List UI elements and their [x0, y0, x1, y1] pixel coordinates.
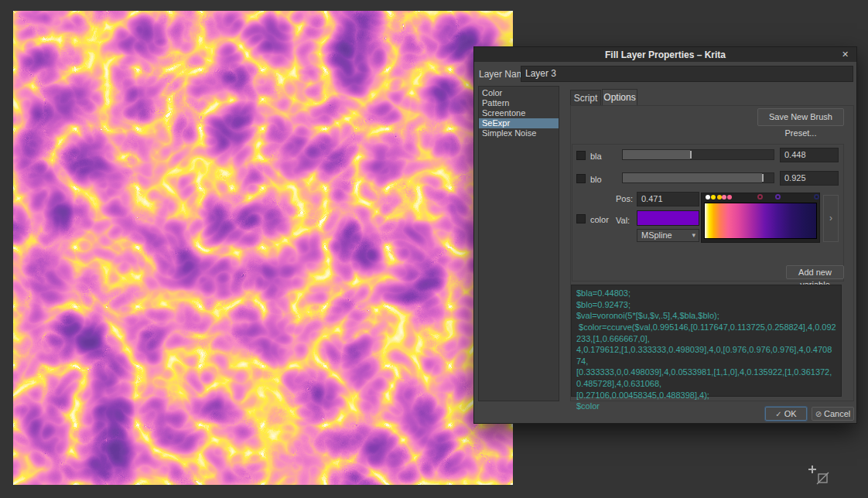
seexpr-script-editor[interactable]: $bla=0.44803; $blo=0.92473; $val=voronoi… [571, 285, 842, 397]
noise-preview-image [13, 11, 513, 485]
val-label: Val: [616, 216, 630, 225]
blo-checkbox[interactable] [576, 174, 586, 183]
blo-label: blo [590, 175, 602, 184]
bla-slider-handle[interactable] [690, 151, 692, 159]
save-new-brush-preset-button[interactable]: Save New Brush Preset... [757, 108, 844, 126]
list-item-simplex-noise[interactable]: Simplex Noise [479, 128, 559, 138]
layer-name-input[interactable]: Layer 3 [521, 66, 853, 82]
pos-label: Pos: [616, 194, 633, 203]
color-checkbox[interactable] [576, 214, 586, 223]
interpolation-dropdown[interactable]: MSpline ▾ [637, 229, 699, 242]
gradient-stop[interactable] [727, 195, 732, 200]
tab-options[interactable]: Options [602, 89, 637, 106]
checkmark-icon: ✓ [775, 410, 781, 418]
cancel-button[interactable]: ⊘Cancel [812, 407, 854, 421]
list-item-screentone[interactable]: Screentone [479, 108, 559, 118]
transform-cursor [806, 464, 832, 487]
gradient-stop[interactable] [717, 195, 722, 200]
list-item-seexpr[interactable]: SeExpr [479, 118, 559, 128]
bla-slider[interactable] [622, 149, 774, 160]
next-variable-button[interactable]: › [823, 195, 839, 242]
gradient-stop[interactable] [722, 195, 726, 200]
cancel-label: Cancel [824, 409, 850, 418]
dialog-titlebar[interactable]: Fill Layer Properties – Krita ✕ [474, 47, 856, 62]
list-item-pattern[interactable]: Pattern [479, 98, 559, 108]
list-item-color[interactable]: Color [479, 88, 559, 98]
blo-slider-handle[interactable] [762, 174, 764, 182]
gradient-editor[interactable] [701, 193, 820, 243]
generator-type-list: Color Pattern Screentone SeExpr Simplex … [478, 86, 559, 401]
blo-slider-fill [623, 173, 762, 182]
gradient-stop[interactable] [706, 195, 710, 200]
gradient-stop[interactable] [775, 194, 781, 200]
color-value-swatch[interactable] [637, 210, 699, 226]
bla-label: bla [590, 152, 602, 161]
dialog-title: Fill Layer Properties – Krita [605, 49, 726, 60]
fill-layer-properties-dialog: Fill Layer Properties – Krita ✕ Layer Na… [473, 46, 857, 424]
add-new-variable-button[interactable]: Add new variable [786, 265, 844, 279]
pos-value-field[interactable]: 0.471 [637, 192, 699, 206]
tab-script[interactable]: Script [570, 90, 601, 106]
chevron-down-icon: ▾ [692, 230, 695, 241]
blo-value-field[interactable]: 0.925 [780, 171, 839, 186]
cancel-icon: ⊘ [815, 410, 822, 418]
ok-button[interactable]: ✓OK [765, 407, 807, 421]
bla-value-field[interactable]: 0.448 [780, 148, 839, 162]
gradient-bar[interactable] [704, 203, 817, 239]
bla-checkbox[interactable] [576, 151, 586, 160]
document-canvas[interactable] [13, 11, 513, 485]
color-label: color [590, 215, 609, 224]
ok-label: OK [784, 409, 797, 418]
blo-slider[interactable] [622, 172, 774, 183]
close-icon[interactable]: ✕ [839, 49, 851, 60]
gradient-stop-row[interactable] [703, 193, 818, 202]
bla-slider-fill [623, 150, 690, 159]
interpolation-value: MSpline [641, 230, 672, 240]
gradient-stop[interactable] [814, 194, 819, 200]
gradient-stop[interactable] [757, 194, 763, 200]
gradient-stop[interactable] [711, 195, 716, 200]
